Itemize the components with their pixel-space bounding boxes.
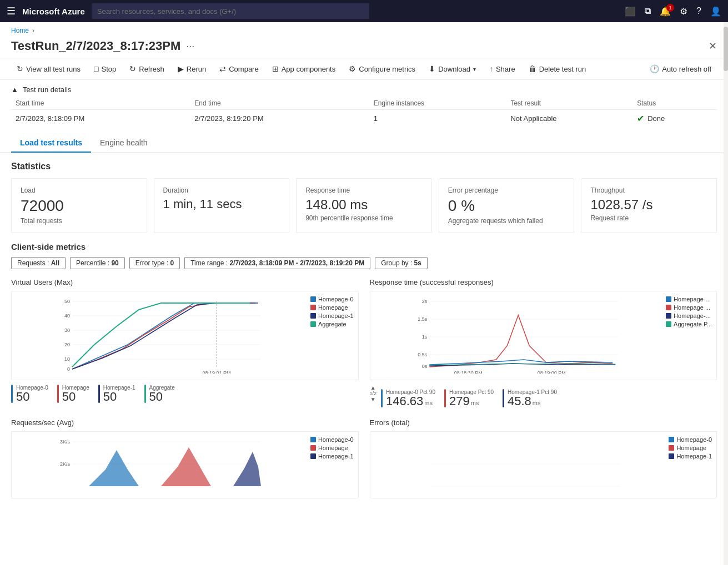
configure-metrics-button[interactable]: ⚙ Configure metrics [343, 62, 421, 76]
legend-dot [669, 453, 674, 459]
pagination-controls[interactable]: ▲ 1/2 ▼ [370, 385, 377, 402]
compare-button[interactable]: ⇄ Compare [214, 62, 264, 76]
errors-area: Homepage-0 Homepage Homepage-1 [370, 431, 717, 498]
stat-duration-value: 1 min, 11 secs [163, 198, 280, 211]
metric-value-content: Homepage 50 [62, 385, 89, 403]
legend-dot [666, 296, 671, 302]
main-content: Home › TestRun_2/7/2023_8:17:23PM ··· ✕ … [0, 22, 728, 498]
svg-text:1s: 1s [421, 334, 427, 340]
status-text: Done [647, 114, 665, 123]
stat-response-value: 148.00 ms [305, 198, 423, 212]
page-title: TestRun_2/7/2023_8:17:23PM [11, 39, 180, 53]
metric-num-wrap: 146.63 ms [386, 395, 435, 407]
chart-with-legend: 3K/s 2K/s Homepage-0 [16, 436, 354, 493]
metric-value-item: Homepage-0 Pct 90 146.63 ms [381, 389, 435, 407]
chart-svg-wrap: 50 40 30 20 10 0 [16, 296, 306, 375]
svg-text:40: 40 [64, 313, 70, 319]
stat-card-throughput: Throughput 1028.57 /s Request rate [581, 178, 717, 233]
rerun-button[interactable]: ▶ Rerun [172, 62, 212, 76]
stat-card-duration: Duration 1 min, 11 secs [154, 178, 290, 233]
collapse-header[interactable]: ▲ Test run details [11, 80, 717, 97]
metric-border [144, 385, 146, 403]
legend-item: Homepage [669, 445, 712, 451]
settings-icon[interactable]: ⚙ [680, 6, 687, 17]
cloud-shell-icon[interactable]: ⬛ [625, 6, 636, 17]
tab-engine-health[interactable]: Engine health [91, 134, 157, 153]
svg-text:08:19:01 PM: 08:19:01 PM [202, 370, 230, 374]
notifications-icon[interactable]: 🔔 1 [660, 6, 671, 17]
response-time-legend: Homepage-... Homepage ... Homepage-... [666, 296, 712, 375]
svg-text:20: 20 [64, 342, 70, 347]
share-button[interactable]: ↑ Share [484, 62, 521, 76]
view-all-button[interactable]: ↻ View all test runs [11, 62, 86, 76]
filter-requests[interactable]: Requests : All [11, 257, 66, 269]
up-arrow-icon[interactable]: ▲ [370, 385, 376, 391]
legend-dot [669, 437, 674, 442]
col-engine-instances: Engine instances [369, 97, 506, 110]
tab-load-test-results[interactable]: Load test results [11, 134, 91, 153]
legend-item: Homepage-... [666, 312, 712, 319]
legend-label: Homepage-... [674, 296, 711, 302]
client-metrics-section: Client-side metrics Requests : All Perce… [0, 238, 728, 498]
stat-response-sub: 90th percentile response time [305, 214, 423, 222]
compare-icon: ⇄ [219, 64, 226, 73]
account-icon[interactable]: 👤 [710, 6, 721, 17]
col-end-time: End time [190, 97, 369, 110]
stop-button[interactable]: □ Stop [88, 62, 122, 76]
legend-dot [310, 296, 316, 302]
filter-percentile[interactable]: Percentile : 90 [70, 257, 125, 269]
response-time-title: Response time (successful responses) [370, 278, 717, 286]
hamburger-icon[interactable]: ☰ [7, 5, 16, 17]
chart-with-legend: 2s 1.5s 1s 0.5s 0s [375, 296, 712, 375]
filter-group-by[interactable]: Group by : 5s [375, 257, 428, 269]
filter-time-range[interactable]: Time range : 2/7/2023, 8:18:09 PM - 2/7/… [184, 257, 370, 269]
configure-icon: ⚙ [349, 64, 356, 73]
metric-value-item: Homepage 50 [57, 385, 89, 403]
filter-error-type[interactable]: Error type : 0 [129, 257, 180, 269]
metric-value-content: Aggregate 50 [149, 385, 175, 403]
more-options-icon[interactable]: ··· [186, 41, 194, 52]
svg-text:0.5s: 0.5s [418, 352, 428, 357]
auto-refresh-button[interactable]: 🕐 Auto refresh off [644, 62, 717, 76]
legend-label: Aggregate [318, 321, 347, 327]
app-components-button[interactable]: ⊞ App components [267, 62, 342, 76]
stat-duration-label: Duration [163, 186, 280, 194]
legend-label: Homepage-1 [676, 453, 712, 460]
down-arrow-icon[interactable]: ▼ [370, 396, 376, 402]
legend-item: Homepage ... [666, 304, 712, 311]
virtual-users-legend: Homepage-0 Homepage Homepage-1 [310, 296, 354, 375]
stat-error-sub: Aggregate requests which failed [448, 217, 565, 225]
refresh-circle-icon: ↻ [17, 64, 23, 73]
legend-dot [310, 445, 316, 451]
metric-value-content: Homepage-0 Pct 90 146.63 ms [386, 389, 435, 407]
metric-num-wrap: 279 ms [449, 395, 494, 407]
portal-menu-icon[interactable]: ⧉ [645, 6, 651, 16]
svg-text:10: 10 [64, 356, 70, 362]
close-icon[interactable]: ✕ [709, 40, 717, 52]
details-table: Start time End time Engine instances Tes… [11, 97, 717, 127]
scrollbar-thumb[interactable] [724, 27, 728, 71]
chart-svg-wrap [375, 436, 665, 493]
page-header: TestRun_2/7/2023_8:17:23PM ··· ✕ [0, 37, 728, 58]
delete-button[interactable]: 🗑 Delete test run [523, 62, 592, 76]
toolbar: ↻ View all test runs □ Stop ↻ Refresh ▶ … [0, 58, 728, 80]
breadcrumb-home[interactable]: Home [11, 27, 29, 34]
scrollbar-track[interactable] [724, 22, 728, 509]
legend-item: Aggregate P... [666, 321, 712, 327]
clock-icon: 🕐 [650, 64, 659, 73]
response-time-svg: 2s 1.5s 1s 0.5s 0s [375, 296, 662, 374]
charts-grid-row2: Requests/sec (Avg) 3K/s 2K/s [11, 418, 717, 498]
legend-item: Homepage-0 [310, 296, 354, 302]
svg-marker-28 [72, 450, 155, 486]
topbar: ☰ Microsoft Azure ⬛ ⧉ 🔔 1 ⚙ ? 👤 [0, 0, 728, 22]
legend-item: Homepage-0 [310, 436, 354, 443]
svg-marker-30 [217, 452, 261, 486]
virtual-users-svg: 50 40 30 20 10 0 [16, 296, 306, 374]
refresh-button[interactable]: ↻ Refresh [124, 62, 170, 76]
delete-icon: 🗑 [529, 64, 536, 73]
breadcrumb-separator: › [32, 27, 34, 34]
download-button[interactable]: ⬇ Download ▾ [423, 62, 481, 76]
search-input[interactable] [92, 3, 369, 19]
help-icon[interactable]: ? [696, 6, 701, 16]
metric-value-content: Homepage-1 Pct 90 45.8 ms [508, 389, 557, 407]
